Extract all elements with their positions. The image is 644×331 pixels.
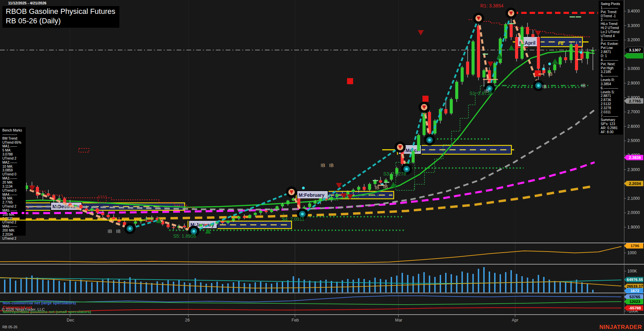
panel-line: Pvt Low	[601, 46, 622, 50]
panel-line: MA3.------	[2, 176, 25, 181]
svg-text:Mar: Mar	[395, 318, 402, 323]
panel-line: DTrend -1	[601, 14, 622, 18]
svg-text:Feb: Feb	[292, 318, 299, 323]
panel-line: UTrend 0	[2, 172, 25, 176]
legend-noncommercial-net: Non-commercial net (large speculators)	[3, 301, 76, 305]
bench-marks-panel: Bench Marks-------------BM Trend:UTrend …	[0, 127, 26, 236]
panel-line: 2.5132	[601, 102, 622, 106]
legend-nonreportable-net: Nonreportable positions net (small specu…	[3, 310, 91, 314]
panel-line: 2.8871	[601, 94, 622, 98]
month-label-chip[interactable]: M:February	[297, 191, 328, 199]
panel-line: UTrend 2	[2, 157, 25, 161]
svg-text:1796: 1796	[630, 244, 639, 248]
panel-line: 2.2034	[2, 233, 25, 237]
panel-line: HiLo Trend:	[601, 22, 622, 26]
svg-text:3.3000: 3.3000	[627, 23, 640, 28]
panel-line: Levels R:	[601, 78, 622, 82]
axis-badge: 3.1307	[624, 47, 643, 53]
panel-line: UTrend 2	[2, 237, 25, 241]
svg-text:S4: 2.0311: S4: 2.0311	[282, 216, 304, 222]
stop-square-icon	[422, 96, 429, 102]
panel-line: 20 MA:	[2, 181, 25, 185]
svg-text:IB: IB	[548, 71, 552, 77]
panel-line: UTrend 2	[2, 205, 25, 209]
tab-instrument-label[interactable]: RB 05-26	[2, 325, 17, 329]
panel-line: UTrend 0	[2, 189, 25, 193]
svg-text:100K: 100K	[627, 269, 637, 274]
panel-line: 2.7765	[2, 200, 25, 205]
svg-text:12023: 12023	[629, 300, 640, 304]
panel-line: Hi:2 UTrend	[601, 26, 622, 30]
panel-line: AR: 0.2981	[601, 126, 622, 130]
panel-line: 2.3278	[601, 106, 622, 110]
axis-badge: 2.3838	[624, 155, 643, 160]
svg-text:2.7000: 2.7000	[627, 110, 640, 114]
svg-text:IB: IB	[108, 229, 112, 234]
panel-line: 55 MA:	[2, 196, 25, 200]
svg-text:2.3000: 2.3000	[627, 167, 640, 172]
svg-text:64976.55: 64976.55	[627, 278, 643, 282]
panel-line: Summary	[601, 118, 622, 122]
panel-line: 3.2185	[601, 70, 622, 74]
panel-line: 10 MA:	[2, 165, 25, 169]
svg-text:2.0000: 2.0000	[627, 210, 640, 215]
panel-line: 3.0859	[2, 168, 25, 172]
ninjatrader-window: M:DecemberM:JanuaryM:FebruaryM:MarchM:Ap…	[0, 0, 644, 331]
svg-text:S5: 1.8956: S5: 1.8956	[173, 233, 196, 239]
panel-line: MA6.------	[2, 224, 25, 229]
svg-text:2.9000: 2.9000	[627, 81, 640, 86]
panel-line: UTrend 2	[2, 220, 25, 224]
panel-line: 2.8736	[601, 98, 622, 102]
svg-text:F0: F0	[558, 41, 563, 46]
svg-text:IB: IB	[581, 83, 585, 88]
svg-text:3.1307: 3.1307	[629, 48, 641, 52]
svg-text:IB: IB	[321, 163, 325, 168]
panel-line: 3.-------------	[601, 38, 622, 42]
svg-text:IB: IB	[116, 229, 120, 234]
svg-text:S1: 2.8736: S1: 2.8736	[469, 91, 492, 96]
axis-badge: 64976.55	[624, 277, 643, 282]
price-chart-canvas[interactable]: M:DecemberM:JanuaryM:FebruaryM:MarchM:Ap…	[0, 0, 644, 331]
panel-line: Swing Pivots	[601, 2, 622, 6]
svg-text:2.3838: 2.3838	[629, 156, 641, 160]
svg-text:2.1000: 2.1000	[627, 196, 640, 201]
svg-text:IB: IB	[383, 184, 388, 189]
panel-line: 2.-------------	[601, 18, 622, 22]
panel-line: D: 1	[601, 54, 622, 58]
panel-line: Bench Marks	[2, 128, 25, 133]
axis-badge: 2.7765	[624, 98, 643, 104]
panel-line: Pvt. Trend:	[601, 10, 622, 14]
svg-text:26515.17: 26515.17	[627, 284, 643, 288]
svg-text:Apr: Apr	[512, 318, 518, 323]
date-range: 11/12/2025 - 4/21/2026	[8, 1, 46, 5]
panel-line: 2.0311	[601, 110, 622, 114]
panel-line: UTrend 4	[601, 34, 622, 38]
svg-text:Dec: Dec	[67, 318, 74, 323]
panel-line: AF: 8.00	[601, 130, 622, 134]
svg-text:2.6000: 2.6000	[627, 124, 640, 129]
panel-line: Pvt. Evolve:	[601, 42, 622, 46]
svg-text:1.9000: 1.9000	[627, 225, 640, 230]
panel-line: Pvt High	[601, 66, 622, 70]
panel-line: UTrend 65%	[2, 141, 25, 145]
panel-line: MA5.------	[2, 209, 25, 213]
panel-line: 2.3838	[2, 217, 25, 221]
axis-badge: 2.2034	[624, 181, 643, 186]
panel-line: 7.-------------	[601, 114, 622, 118]
svg-text:3.2000: 3.2000	[627, 38, 640, 42]
panel-line: 100 MA:	[2, 213, 25, 217]
stop-square-icon	[535, 70, 541, 76]
ninjatrader-logo: NINJATRADER	[599, 324, 642, 331]
svg-text:IB: IB	[329, 163, 334, 168]
panel-line: BM Trend:	[2, 137, 25, 141]
panel-line: 5.-------------	[601, 74, 622, 78]
swing-pivots-panel: Swing Pivots1.-------------Pvt. Trend:DT…	[599, 1, 623, 135]
instrument-name: RBOB Gasoline Physical Futures	[6, 7, 115, 16]
axis-badge: -65788	[624, 305, 643, 311]
axis-badge: 53765	[624, 294, 643, 300]
svg-text:3.0000: 3.0000	[627, 66, 640, 71]
stop-square-icon	[347, 78, 353, 84]
panel-line: -------------	[2, 133, 25, 137]
panel-line: 3.0788	[2, 152, 25, 157]
axis-badge: 12023	[624, 299, 643, 304]
